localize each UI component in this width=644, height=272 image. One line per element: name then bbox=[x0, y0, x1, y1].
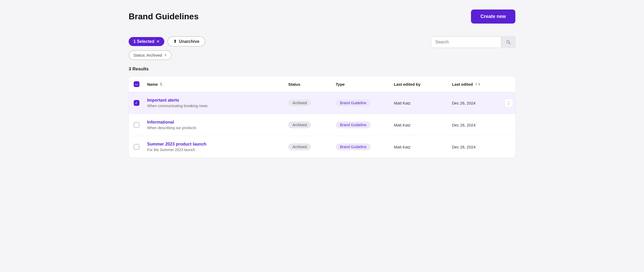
table-header: Name ⇅ Status Type Last edited by Last e… bbox=[129, 76, 515, 92]
header-last-edited[interactable]: Last edited ℹ ▾ bbox=[449, 82, 502, 87]
row-3-editor: Matt Katz bbox=[391, 145, 449, 149]
row-2-status-cell: Archived bbox=[286, 121, 333, 128]
header-name[interactable]: Name ⇅ bbox=[144, 82, 286, 87]
page-title: Brand Guidelines bbox=[129, 12, 199, 21]
search-input[interactable] bbox=[431, 37, 501, 48]
row-1-more-button[interactable]: ⋮ bbox=[504, 98, 513, 107]
search-box bbox=[431, 36, 515, 48]
row-1-checkbox-cell bbox=[129, 100, 144, 106]
row-2-editor: Matt Katz bbox=[391, 123, 449, 127]
create-new-button[interactable]: Create new bbox=[471, 10, 515, 24]
row-1-status-badge: Archived bbox=[288, 99, 311, 106]
toolbar-top-row: 1 Selected ✕ ⬆ Unarchive bbox=[129, 36, 205, 47]
row-1-date: Dec 26, 2024 bbox=[449, 101, 502, 105]
selected-badge[interactable]: 1 Selected ✕ bbox=[129, 37, 164, 46]
search-icon bbox=[506, 39, 511, 45]
status-filter-close-icon[interactable]: ✕ bbox=[164, 53, 167, 57]
header-last-edited-by: Last edited by bbox=[391, 82, 449, 87]
header-status: Status bbox=[286, 82, 333, 87]
status-filter-badge[interactable]: Status: Archived ✕ bbox=[129, 50, 172, 60]
row-2-date: Dec 26, 2024 bbox=[449, 123, 502, 127]
table-wrapper: Name ⇅ Status Type Last edited by Last e… bbox=[129, 76, 515, 158]
unarchive-button[interactable]: ⬆ Unarchive bbox=[167, 36, 205, 47]
last-edited-info-icon: ℹ bbox=[475, 82, 477, 86]
row-1-name[interactable]: Important alerts bbox=[147, 98, 283, 103]
row-2-checkbox[interactable] bbox=[134, 122, 139, 128]
row-2-checkbox-cell bbox=[129, 122, 144, 128]
row-2-actions-cell: ⋮ bbox=[502, 120, 515, 129]
row-1-actions-cell: ⋮ bbox=[502, 98, 515, 107]
header-indeterminate-checkbox[interactable] bbox=[134, 81, 139, 87]
row-3-name[interactable]: Summer 2023 product launch bbox=[147, 142, 283, 147]
row-3-type-cell: Brand Guideline bbox=[333, 143, 391, 150]
row-3-checkbox[interactable] bbox=[134, 144, 139, 150]
row-2-desc: When describing our products bbox=[147, 126, 283, 130]
row-2-name-cell: Informational When describing our produc… bbox=[144, 120, 286, 130]
row-3-type-badge: Brand Guideline bbox=[336, 143, 371, 150]
name-sort-icon: ⇅ bbox=[160, 82, 162, 86]
table-row: Summer 2023 product launch For the Summe… bbox=[129, 136, 515, 158]
row-2-type-cell: Brand Guideline bbox=[333, 121, 391, 128]
row-3-status-badge: Archived bbox=[288, 143, 311, 150]
row-3-desc: For the Summer 2023 launch bbox=[147, 148, 283, 152]
row-3-actions-cell: ⋮ bbox=[502, 142, 515, 151]
toolbar-left: 1 Selected ✕ ⬆ Unarchive Status: Archive… bbox=[129, 36, 205, 60]
toolbar: 1 Selected ✕ ⬆ Unarchive Status: Archive… bbox=[129, 36, 515, 60]
selected-count-label: 1 Selected bbox=[133, 39, 154, 44]
results-count: 3 Results bbox=[129, 66, 515, 72]
row-1-status-cell: Archived bbox=[286, 99, 333, 106]
page-header: Brand Guidelines Create new bbox=[129, 10, 515, 24]
unarchive-icon: ⬆ bbox=[173, 39, 177, 44]
row-1-checkbox[interactable] bbox=[134, 100, 139, 106]
row-3-checkbox-cell bbox=[129, 144, 144, 150]
unarchive-label: Unarchive bbox=[179, 39, 199, 44]
search-button[interactable] bbox=[501, 37, 515, 47]
header-type: Type bbox=[333, 82, 391, 87]
row-3-name-cell: Summer 2023 product launch For the Summe… bbox=[144, 142, 286, 152]
row-3-date: Dec 26, 2024 bbox=[449, 145, 502, 149]
toolbar-filter-row: Status: Archived ✕ bbox=[129, 50, 205, 60]
row-1-type-badge: Brand Guideline bbox=[336, 99, 371, 106]
last-edited-dropdown-icon: ▾ bbox=[478, 82, 480, 86]
row-2-status-badge: Archived bbox=[288, 121, 311, 128]
row-1-type-cell: Brand Guideline bbox=[333, 99, 391, 106]
row-1-desc: When communicating breaking news bbox=[147, 104, 283, 108]
status-filter-label: Status: Archived bbox=[133, 53, 162, 57]
row-2-name[interactable]: Informational bbox=[147, 120, 283, 125]
row-2-type-badge: Brand Guideline bbox=[336, 121, 371, 128]
table-row: Informational When describing our produc… bbox=[129, 114, 515, 136]
table-row: Important alerts When communicating brea… bbox=[129, 92, 515, 114]
row-3-status-cell: Archived bbox=[286, 143, 333, 150]
selected-close-icon[interactable]: ✕ bbox=[156, 40, 160, 43]
header-checkbox-col bbox=[129, 81, 144, 87]
row-1-name-cell: Important alerts When communicating brea… bbox=[144, 98, 286, 108]
row-1-editor: Matt Katz bbox=[391, 101, 449, 105]
